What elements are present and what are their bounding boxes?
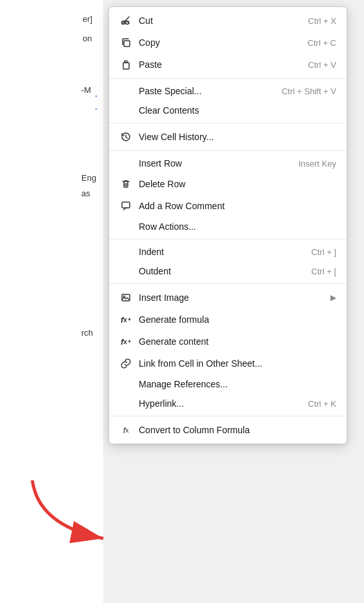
menu-item-row-actions[interactable]: Row Actions... — [109, 217, 347, 236]
menu-item-link-from-cell[interactable]: Link from Cell in Other Sheet... — [109, 353, 347, 374]
paste-label: Paste — [139, 59, 295, 70]
cut-icon — [119, 14, 132, 27]
bg-cell-text: -M — [81, 85, 91, 95]
history-icon — [119, 130, 132, 143]
insert-row-label: Insert Row — [139, 158, 285, 169]
cut-label: Cut — [139, 15, 295, 26]
menu-item-add-row-comment[interactable]: Add a Row Comment — [109, 195, 347, 217]
trash-icon — [119, 178, 132, 190]
outdent-shortcut: Ctrl + [ — [311, 267, 336, 276]
bg-cell-text: rch — [81, 328, 93, 338]
image-icon — [119, 291, 132, 304]
convert-column-formula-label: Convert to Column Formula — [139, 425, 336, 435]
copy-icon — [119, 36, 132, 49]
paste-shortcut: Ctrl + V — [308, 60, 336, 70]
divider-5 — [109, 283, 347, 284]
menu-item-manage-references[interactable]: Manage References... — [109, 374, 347, 394]
row-actions-label: Row Actions... — [139, 221, 336, 232]
menu-item-generate-formula[interactable]: fx+ Generate formula — [109, 309, 347, 331]
copy-label: Copy — [139, 37, 295, 48]
bg-cell-text: er] — [83, 14, 92, 24]
indent-shortcut: Ctrl + ] — [311, 247, 336, 257]
manage-references-label: Manage References... — [139, 379, 336, 389]
delete-row-label: Delete Row — [139, 179, 336, 189]
link-from-cell-label: Link from Cell in Other Sheet... — [139, 358, 336, 369]
red-arrow — [19, 474, 123, 551]
divider-1 — [109, 78, 347, 79]
generate-content-label: Generate content — [139, 336, 336, 347]
divider-4 — [109, 239, 347, 240]
menu-item-view-cell-history[interactable]: View Cell History... — [109, 126, 347, 148]
insert-image-label: Insert Image — [139, 292, 330, 303]
cut-shortcut: Ctrl + X — [308, 16, 336, 26]
submenu-arrow-icon: ▶ — [330, 293, 336, 302]
generate-formula-label: Generate formula — [139, 314, 336, 325]
divider-2 — [109, 123, 347, 123]
clear-contents-label: Clear Contents — [139, 105, 336, 116]
insert-row-shortcut: Insert Key — [298, 159, 336, 169]
copy-shortcut: Ctrl + C — [308, 38, 336, 48]
bg-cell-text: as — [81, 189, 90, 198]
hyperlink-label: Hyperlink... — [139, 398, 295, 409]
add-row-comment-label: Add a Row Comment — [139, 201, 336, 211]
menu-item-hyperlink[interactable]: Hyperlink... Ctrl + K — [109, 394, 347, 413]
menu-item-paste[interactable]: Paste Ctrl + V — [109, 54, 347, 76]
divider-3 — [109, 150, 347, 151]
paste-special-shortcut: Ctrl + Shift + V — [281, 87, 336, 96]
generate-formula-icon: fx+ — [119, 313, 132, 326]
menu-item-indent[interactable]: Indent Ctrl + ] — [109, 242, 347, 261]
menu-item-paste-special[interactable]: Paste Special... Ctrl + Shift + V — [109, 81, 347, 101]
cell-border-line — [96, 108, 97, 110]
bg-cell-text: on — [83, 34, 92, 43]
menu-item-copy[interactable]: Copy Ctrl + C — [109, 32, 347, 54]
generate-content-icon: fx+ — [119, 335, 132, 348]
context-menu: Cut Ctrl + X Copy Ctrl + C Paste Ctrl + … — [108, 6, 347, 444]
svg-rect-4 — [122, 202, 130, 208]
menu-item-outdent[interactable]: Outdent Ctrl + [ — [109, 261, 347, 281]
paste-special-label: Paste Special... — [139, 86, 268, 96]
indent-label: Indent — [139, 247, 298, 257]
bg-cell-text: Eng — [81, 173, 96, 183]
outdent-label: Outdent — [139, 266, 298, 276]
comment-icon — [119, 199, 132, 212]
menu-item-insert-row[interactable]: Insert Row Insert Key — [109, 154, 347, 173]
divider-6 — [109, 416, 347, 416]
svg-rect-5 — [122, 294, 130, 301]
fx-column-icon: fx — [119, 424, 132, 436]
menu-item-generate-content[interactable]: fx+ Generate content — [109, 331, 347, 353]
svg-rect-2 — [124, 41, 130, 46]
link-icon — [119, 357, 132, 370]
menu-item-clear-contents[interactable]: Clear Contents — [109, 101, 347, 120]
menu-item-cut[interactable]: Cut Ctrl + X — [109, 10, 347, 32]
menu-item-delete-row[interactable]: Delete Row — [109, 173, 347, 195]
cell-border-line — [96, 96, 97, 97]
paste-icon — [119, 58, 132, 71]
menu-item-convert-column-formula[interactable]: fx Convert to Column Formula — [109, 419, 347, 441]
menu-item-insert-image[interactable]: Insert Image ▶ — [109, 287, 347, 309]
view-cell-history-label: View Cell History... — [139, 132, 336, 142]
svg-rect-3 — [123, 63, 129, 69]
hyperlink-shortcut: Ctrl + K — [308, 399, 336, 409]
